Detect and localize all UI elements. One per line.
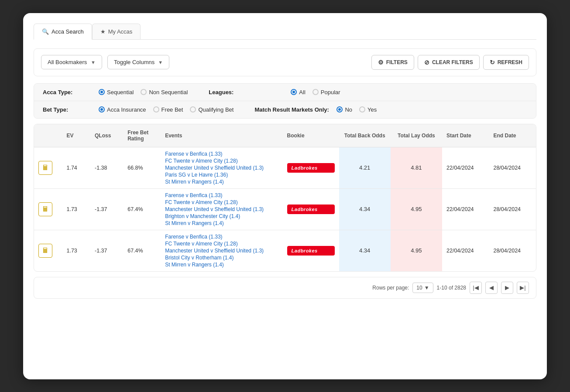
event-link[interactable]: Manchester United v Sheffield United (1.… xyxy=(165,248,278,254)
clear-icon: ⊘ xyxy=(424,59,429,66)
app-container: 🔍 Acca Search ★ My Accas All Bookmakers … xyxy=(23,13,547,379)
calculator-icon[interactable]: 🖩 xyxy=(38,244,52,258)
filter-section: Acca Type: Sequential Non Sequential Lea… xyxy=(34,83,536,119)
next-page-button[interactable]: ▶ xyxy=(501,282,513,294)
event-link[interactable]: Bristol City v Rotherham (1.4) xyxy=(165,255,278,261)
bookie-cell: Ladbrokes xyxy=(283,230,339,271)
table-row: 🖩1.73-1.3767.4%Farense v Benfica (1.33)F… xyxy=(34,230,536,271)
tab-acca-search[interactable]: 🔍 Acca Search xyxy=(34,24,92,40)
bookie-cell: Ladbrokes xyxy=(283,188,339,230)
filters-button[interactable]: ⚙ FILTERS xyxy=(371,55,414,70)
first-page-button[interactable]: |◀ xyxy=(470,282,482,294)
event-link[interactable]: FC Twente v Almere City (1.28) xyxy=(165,199,278,205)
toolbar: All Bookmakers ▼ Toggle Columns ▼ ⚙ FILT… xyxy=(34,48,536,76)
ev-value: 1.73 xyxy=(62,188,90,230)
calculator-icon[interactable]: 🖩 xyxy=(38,202,52,216)
bet-type-qualifying-bet[interactable]: Qualifying Bet xyxy=(190,106,233,113)
match-result-no[interactable]: No xyxy=(337,106,352,113)
radio-qualifying-bet-circle xyxy=(190,106,196,112)
col-fbr-header: Free Bet Rating xyxy=(123,124,161,147)
non-sequential-label: Non Sequential xyxy=(149,89,188,95)
event-link[interactable]: St Mirren v Rangers (1.4) xyxy=(165,262,278,268)
match-result-radio-group: No Yes xyxy=(337,106,377,113)
end-date-value: 28/04/2024 xyxy=(489,188,536,230)
filter-row-bet-type: Bet Type: Acca Insurance Free Bet Qualif… xyxy=(34,101,536,118)
end-date-value: 28/04/2024 xyxy=(489,147,536,188)
free-bet-rating-value: 66.8% xyxy=(123,147,161,188)
bet-type-free-bet[interactable]: Free Bet xyxy=(153,106,183,113)
radio-free-bet-circle xyxy=(153,106,159,112)
tab-acca-search-label: Acca Search xyxy=(52,28,84,35)
leagues-all[interactable]: All xyxy=(291,89,305,95)
free-bet-rating-value: 67.4% xyxy=(123,230,161,271)
prev-page-button[interactable]: ◀ xyxy=(485,282,498,294)
bookmakers-select[interactable]: All Bookmakers ▼ xyxy=(41,55,102,69)
free-bet-rating-value: 67.4% xyxy=(123,188,161,230)
results-table: EV QLoss Free Bet Rating Events Bookie T… xyxy=(34,124,536,271)
search-icon: 🔍 xyxy=(42,28,49,35)
rows-per-page-select[interactable]: 10 ▼ xyxy=(412,283,433,293)
start-date-value: 22/04/2024 xyxy=(442,188,489,230)
refresh-label: REFRESH xyxy=(498,59,522,65)
event-link[interactable]: Brighton v Manchester City (1.4) xyxy=(165,213,278,219)
match-result-yes[interactable]: Yes xyxy=(359,106,377,113)
tab-my-accas[interactable]: ★ My Accas xyxy=(92,24,141,39)
bet-type-label: Bet Type: xyxy=(43,106,95,113)
total-back-odds-value: 4.34 xyxy=(339,188,391,230)
start-date-value: 22/04/2024 xyxy=(442,147,489,188)
radio-non-sequential-circle xyxy=(141,89,147,95)
table-header-row: EV QLoss Free Bet Rating Events Bookie T… xyxy=(34,124,536,147)
table-row: 🖩1.74-1.3866.8%Farense v Benfica (1.33)F… xyxy=(34,147,536,188)
qloss-value: -1.37 xyxy=(90,188,123,230)
bookie-cell: Ladbrokes xyxy=(283,147,339,188)
bookie-badge: Ladbrokes xyxy=(287,246,335,256)
acca-type-sequential[interactable]: Sequential xyxy=(99,89,134,95)
event-link[interactable]: St Mirren v Rangers (1.4) xyxy=(165,179,278,185)
qualifying-bet-label: Qualifying Bet xyxy=(198,106,233,113)
ev-value: 1.73 xyxy=(62,230,90,271)
last-page-button[interactable]: ▶| xyxy=(517,282,529,294)
qloss-value: -1.38 xyxy=(90,147,123,188)
results-table-section: EV QLoss Free Bet Rating Events Bookie T… xyxy=(34,124,536,272)
col-bookie-header: Bookie xyxy=(283,124,339,147)
acca-type-non-sequential[interactable]: Non Sequential xyxy=(141,89,188,95)
free-bet-label: Free Bet xyxy=(161,106,183,113)
col-sd-header: Start Date xyxy=(442,124,489,147)
event-link[interactable]: Farense v Benfica (1.33) xyxy=(165,234,278,240)
leagues-popular[interactable]: Popular xyxy=(312,89,340,95)
rows-per-page-value: 10 xyxy=(416,285,422,291)
clear-filters-button[interactable]: ⊘ CLEAR FILTERS xyxy=(418,55,480,70)
col-ed-header: End Date xyxy=(489,124,536,147)
clear-filters-label: CLEAR FILTERS xyxy=(432,59,473,65)
events-cell: Farense v Benfica (1.33)FC Twente v Alme… xyxy=(161,147,282,188)
radio-yes-circle xyxy=(359,106,365,112)
leagues-all-label: All xyxy=(299,89,305,95)
calculator-icon[interactable]: 🖩 xyxy=(38,161,52,175)
total-lay-odds-value: 4.95 xyxy=(391,188,442,230)
radio-popular-circle xyxy=(312,89,319,95)
event-link[interactable]: Farense v Benfica (1.33) xyxy=(165,192,278,198)
rows-per-page-label: Rows per page: xyxy=(372,285,409,291)
start-date-value: 22/04/2024 xyxy=(442,230,489,271)
col-icon-header xyxy=(34,124,62,147)
refresh-button[interactable]: ↻ REFRESH xyxy=(483,55,529,70)
event-link[interactable]: Manchester United v Sheffield United (1.… xyxy=(165,165,278,171)
table-row: 🖩1.73-1.3767.4%Farense v Benfica (1.33)F… xyxy=(34,188,536,230)
ev-value: 1.74 xyxy=(62,147,90,188)
table-body: 🖩1.74-1.3866.8%Farense v Benfica (1.33)F… xyxy=(34,147,536,271)
bet-type-acca-insurance[interactable]: Acca Insurance xyxy=(99,106,146,113)
event-link[interactable]: FC Twente v Almere City (1.28) xyxy=(165,158,278,164)
toggle-columns-select[interactable]: Toggle Columns ▼ xyxy=(107,55,169,69)
toolbar-actions: ⚙ FILTERS ⊘ CLEAR FILTERS ↻ REFRESH xyxy=(371,55,529,70)
bet-type-radio-group: Acca Insurance Free Bet Qualifying Bet xyxy=(99,106,233,113)
col-tlo-header: Total Lay Odds xyxy=(391,124,442,147)
event-link[interactable]: FC Twente v Almere City (1.28) xyxy=(165,241,278,247)
chevron-down-icon: ▼ xyxy=(158,60,163,65)
refresh-icon: ↻ xyxy=(490,59,495,66)
event-link[interactable]: Manchester United v Sheffield United (1.… xyxy=(165,206,278,212)
event-link[interactable]: Farense v Benfica (1.33) xyxy=(165,151,278,157)
event-link[interactable]: St Mirren v Rangers (1.4) xyxy=(165,220,278,226)
match-result-yes-label: Yes xyxy=(367,106,377,113)
events-cell: Farense v Benfica (1.33)FC Twente v Alme… xyxy=(161,188,282,230)
event-link[interactable]: Paris SG v Le Havre (1.36) xyxy=(165,172,278,178)
